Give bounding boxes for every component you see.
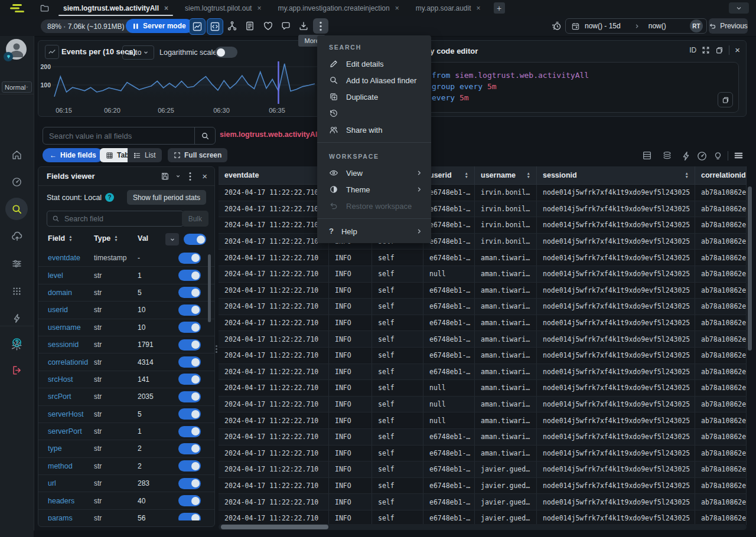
table-row[interactable]: 2024-04-17 11:22:22.710INFOselfnullaman.… (219, 412, 747, 429)
panels-stack-icon[interactable] (715, 46, 724, 54)
time-to-value[interactable]: now() (649, 22, 666, 30)
kebab-icon[interactable] (313, 18, 328, 34)
close-tab-icon[interactable]: × (257, 4, 261, 12)
table-row[interactable]: 2024-04-17 11:22:22.710INFOselfe6748eb1-… (219, 250, 747, 266)
fields-col-val[interactable]: Val (138, 234, 148, 243)
field-name-link[interactable]: sessionid (48, 340, 79, 349)
menu-item-theme[interactable]: Theme (317, 181, 431, 198)
code-editor-icon[interactable] (207, 18, 223, 35)
time-range-picker[interactable]: now() - 15d now() RT (565, 18, 707, 34)
sort-icon[interactable]: ▲▼ (685, 172, 689, 179)
collapse-chevron-button[interactable] (729, 2, 749, 14)
table-row[interactable]: 2024-04-17 11:22:22.710INFOselfe6748eb1-… (219, 234, 747, 250)
table-row[interactable]: 2024-04-17 11:22:22.710INFOselfe6748eb1-… (219, 348, 747, 364)
field-visibility-toggle[interactable] (178, 391, 201, 402)
show-full-period-stats-button[interactable]: Show full period stats (127, 190, 206, 205)
table-row[interactable]: 2024-04-17 11:22:22.710INFOselfe6748eb1-… (219, 185, 747, 201)
sidebar-item-help-circle[interactable] (0, 331, 34, 353)
field-visibility-toggle[interactable] (178, 339, 201, 351)
search-submit-icon[interactable] (194, 127, 215, 144)
menu-item-history[interactable] (317, 105, 431, 122)
column-header-userid[interactable]: userid▲▼ (423, 166, 475, 184)
close-tab-icon[interactable]: × (477, 4, 481, 12)
previous-button[interactable]: Previous (709, 18, 748, 34)
expand-icon[interactable] (702, 46, 710, 54)
menu-item-share-with[interactable]: Share with (317, 122, 431, 138)
field-name-link[interactable]: correlationid (48, 358, 88, 366)
line-chart-icon[interactable] (189, 18, 206, 35)
tab-siem.logtrust.pilot.out[interactable]: siem.logtrust.pilot.out× (177, 0, 269, 16)
field-visibility-toggle[interactable] (178, 443, 201, 454)
sort-icon[interactable]: ▲▼ (527, 172, 530, 179)
menu-item-view[interactable]: View (317, 165, 431, 181)
gauge-icon[interactable] (696, 150, 708, 162)
field-name-link[interactable]: params (48, 514, 73, 520)
mode-select[interactable]: Normal (2, 81, 32, 93)
menu-item-help[interactable]: ?Help (317, 223, 431, 240)
field-visibility-toggle[interactable] (178, 304, 201, 316)
sidebar-item-search[interactable] (0, 198, 34, 220)
new-tab-button[interactable]: + (494, 2, 505, 14)
table-breadcrumb[interactable]: siem.logtrust.web.activityAll (220, 130, 320, 139)
run-timer-icon[interactable] (549, 18, 564, 34)
table-row[interactable]: 2024-04-17 11:22:22.710INFOselfe6748eb1-… (219, 510, 747, 525)
download-icon[interactable] (296, 18, 311, 34)
field-visibility-toggle[interactable] (178, 287, 201, 298)
column-header-username[interactable]: username▲▼ (475, 166, 537, 184)
table-horizontal-scrollbar[interactable] (221, 525, 328, 529)
sidebar-item-sliders[interactable] (0, 252, 34, 274)
view-list-tab[interactable]: List (128, 148, 162, 162)
field-visibility-toggle[interactable] (178, 495, 201, 506)
table-row[interactable]: 2024-04-17 11:22:22.710INFOselfnullaman.… (219, 397, 747, 413)
query-id-button[interactable]: ID (689, 46, 696, 54)
columns-menu-icon[interactable] (734, 150, 744, 161)
field-name-link[interactable]: srcPort (48, 392, 71, 401)
fields-scrollbar[interactable] (208, 254, 211, 322)
table-row[interactable]: 2024-04-17 11:22:22.710INFOselfe6748eb1-… (219, 217, 747, 234)
field-name-link[interactable]: url (48, 479, 56, 487)
field-visibility-toggle[interactable] (178, 322, 201, 333)
close-tab-icon[interactable]: × (164, 4, 168, 12)
hide-fields-button[interactable]: ← Hide fields (43, 148, 103, 162)
column-header-sessionid[interactable]: sessionid▲▼ (537, 166, 695, 184)
table-row[interactable]: 2024-04-17 11:22:22.710INFOselfe6748eb1-… (219, 478, 747, 495)
field-name-link[interactable]: userid (48, 306, 68, 314)
lamp-icon[interactable] (713, 150, 723, 161)
search-input[interactable] (43, 132, 194, 140)
tab-my.app.investigation.createinjection[interactable]: my.app.investigation.createinjection× (269, 0, 407, 16)
field-name-link[interactable]: serverPort (48, 427, 82, 436)
notes-icon[interactable] (242, 18, 258, 34)
sidebar-item-logout[interactable] (0, 359, 34, 381)
table-row[interactable]: 2024-04-17 11:22:22.710INFOselfnullaman.… (219, 266, 747, 283)
time-from-value[interactable]: now() - 15d (585, 22, 621, 30)
sidebar-item-cloud-upload[interactable] (0, 225, 34, 247)
field-name-link[interactable]: method (48, 462, 73, 470)
table-row[interactable]: 2024-04-17 11:22:22.710INFOselfe6748eb1-… (219, 283, 747, 299)
bulk-button[interactable]: Bulk (182, 211, 208, 227)
field-name-link[interactable]: username (48, 323, 81, 332)
field-name-link[interactable]: srcHost (48, 375, 73, 384)
column-header-eventdate[interactable]: eventdate (219, 166, 329, 184)
field-search-input[interactable] (63, 214, 178, 224)
field-visibility-toggle[interactable] (178, 270, 201, 281)
copy-code-icon[interactable] (718, 92, 733, 107)
table-row[interactable]: 2024-04-17 11:22:22.710INFOselfe6748eb1-… (219, 446, 747, 462)
field-name-link[interactable]: type (48, 444, 62, 453)
comment-icon[interactable] (278, 18, 294, 34)
help-badge-icon[interactable]: ? (105, 193, 114, 202)
save-icon[interactable] (161, 172, 170, 181)
field-visibility-toggle[interactable] (178, 426, 201, 437)
sidebar-item-gauge[interactable] (0, 171, 34, 193)
full-screen-button[interactable]: Full screen (168, 148, 227, 162)
sidebar-item-apps-grid[interactable] (0, 280, 34, 302)
field-name-link[interactable]: headers (48, 497, 74, 505)
table-row[interactable]: 2024-04-17 11:22:22.710INFOselfnullaman.… (219, 380, 747, 397)
layers-icon[interactable] (662, 150, 672, 161)
field-visibility-toggle[interactable] (178, 513, 201, 520)
panel-resize-grip[interactable] (214, 341, 219, 356)
all-fields-toggle[interactable] (184, 234, 206, 245)
close-tab-icon[interactable]: × (395, 4, 399, 12)
sort-icon[interactable]: ▲▼ (465, 172, 468, 179)
field-visibility-toggle[interactable] (178, 408, 201, 420)
field-visibility-toggle[interactable] (178, 460, 201, 471)
